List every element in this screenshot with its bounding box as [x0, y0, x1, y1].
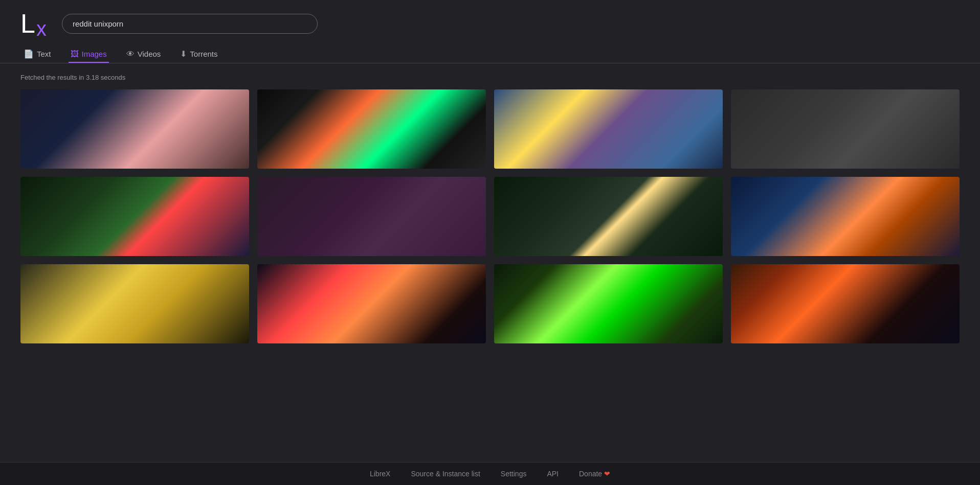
image-thumbnail — [257, 177, 486, 256]
image-thumbnail — [257, 89, 486, 169]
footer-donate[interactable]: Donate ❤ — [579, 470, 610, 478]
logo-letter-l: L — [20, 10, 35, 37]
image-card[interactable] — [494, 177, 723, 256]
tab-text-label: Text — [37, 50, 51, 58]
tab-torrents[interactable]: ⬇ Torrents — [178, 46, 219, 63]
footer-source[interactable]: Source & Instance list — [411, 470, 480, 478]
image-thumbnail — [257, 264, 486, 343]
torrents-icon: ⬇ — [180, 49, 187, 59]
image-thumbnail — [494, 264, 723, 343]
image-card[interactable] — [257, 89, 486, 169]
header: L x 📄 Text 🖼 Images 👁 Videos ⬇ Torrents — [0, 0, 980, 63]
image-thumbnail — [731, 177, 960, 256]
nav-tabs: 📄 Text 🖼 Images 👁 Videos ⬇ Torrents — [20, 46, 960, 63]
image-thumbnail — [20, 264, 249, 343]
footer-librex[interactable]: LibreX — [370, 470, 390, 478]
footer: LibreX Source & Instance list Settings A… — [0, 462, 980, 485]
main-content: Fetched the results in 3.18 seconds — [0, 63, 980, 462]
tab-torrents-label: Torrents — [190, 50, 217, 58]
tab-images-label: Images — [82, 50, 107, 58]
image-thumbnail — [494, 89, 723, 169]
text-icon: 📄 — [24, 49, 34, 59]
image-thumbnail — [20, 89, 249, 169]
tab-videos-label: Videos — [138, 50, 161, 58]
search-input[interactable] — [62, 14, 318, 34]
logo-search-row: L x — [20, 10, 960, 37]
fetch-time: Fetched the results in 3.18 seconds — [20, 74, 960, 81]
image-card[interactable] — [20, 264, 249, 343]
tab-text[interactable]: 📄 Text — [21, 46, 53, 63]
image-thumbnail — [731, 89, 960, 169]
image-thumbnail — [494, 177, 723, 256]
image-card[interactable] — [20, 177, 249, 256]
heart-icon: ❤ — [604, 470, 610, 478]
videos-icon: 👁 — [126, 50, 135, 59]
tab-videos[interactable]: 👁 Videos — [124, 46, 163, 63]
footer-donate-label: Donate — [579, 470, 602, 478]
image-grid — [20, 89, 960, 343]
image-card[interactable] — [257, 264, 486, 343]
footer-settings[interactable]: Settings — [501, 470, 527, 478]
footer-api[interactable]: API — [547, 470, 559, 478]
logo-letter-x: x — [36, 18, 47, 39]
image-card[interactable] — [731, 89, 960, 169]
image-card[interactable] — [20, 89, 249, 169]
image-thumbnail — [731, 264, 960, 343]
logo: L x — [20, 10, 47, 37]
images-icon: 🖼 — [71, 50, 79, 59]
image-card[interactable] — [731, 264, 960, 343]
image-card[interactable] — [257, 177, 486, 256]
image-card[interactable] — [494, 89, 723, 169]
search-bar — [62, 14, 318, 34]
image-thumbnail — [20, 177, 249, 256]
image-card[interactable] — [494, 264, 723, 343]
image-card[interactable] — [731, 177, 960, 256]
tab-images[interactable]: 🖼 Images — [69, 46, 109, 63]
